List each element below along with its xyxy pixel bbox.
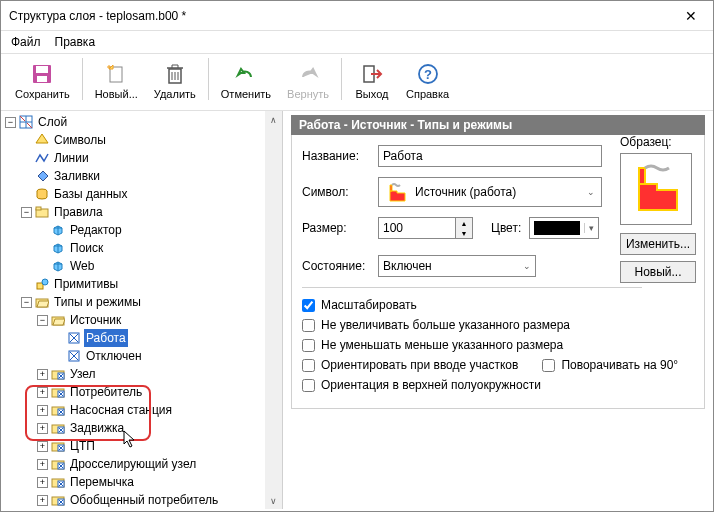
svg-text:?: ? xyxy=(424,67,432,82)
tree-scrollbar[interactable]: ∧ ∨ xyxy=(265,111,282,509)
size-input[interactable] xyxy=(378,217,456,239)
chk-orient[interactable] xyxy=(302,359,315,372)
mode-icon xyxy=(66,330,82,346)
cube-icon xyxy=(50,258,66,274)
sample-preview xyxy=(620,153,692,225)
state-select[interactable]: Включен ⌄ xyxy=(378,255,536,277)
redo-button: Вернуть xyxy=(279,58,337,104)
chk-no-enlarge[interactable] xyxy=(302,319,315,332)
tree-root[interactable]: Слой xyxy=(36,113,69,131)
folder-mode-icon xyxy=(50,474,66,490)
new-button[interactable]: Новый... xyxy=(87,58,146,104)
layer-icon xyxy=(18,114,34,130)
chevron-down-icon: ⌄ xyxy=(523,261,531,271)
svg-rect-20 xyxy=(36,207,41,210)
menu-file[interactable]: Файл xyxy=(11,35,41,49)
tree[interactable]: −Слой Символы Линии Заливки Базы данных … xyxy=(1,111,282,509)
folder-mode-icon xyxy=(50,402,66,418)
svg-rect-1 xyxy=(36,66,48,73)
size-spinner[interactable]: ▲▼ xyxy=(456,217,473,239)
folder-mode-icon xyxy=(50,492,66,508)
redo-icon xyxy=(296,62,320,86)
name-input[interactable] xyxy=(378,145,602,167)
help-button[interactable]: ? Справка xyxy=(398,58,457,104)
toolbar: Сохранить Новый... Удалить Отменить Верн… xyxy=(1,53,713,111)
lines-icon xyxy=(34,150,50,166)
folder-mode-icon xyxy=(50,420,66,436)
menu-edit[interactable]: Правка xyxy=(55,35,96,49)
delete-button[interactable]: Удалить xyxy=(146,58,204,104)
save-icon xyxy=(30,62,54,86)
size-label: Размер: xyxy=(302,221,378,235)
folder-mode-icon xyxy=(50,456,66,472)
tree-pane: −Слой Символы Линии Заливки Базы данных … xyxy=(1,111,283,509)
symbol-label: Символ: xyxy=(302,185,378,199)
undo-icon xyxy=(234,62,258,86)
close-icon[interactable]: ✕ xyxy=(677,4,705,28)
trash-icon xyxy=(163,62,187,86)
name-label: Название: xyxy=(302,149,378,163)
new-icon xyxy=(104,62,128,86)
save-button[interactable]: Сохранить xyxy=(7,58,78,104)
factory-icon xyxy=(385,181,407,203)
folder-mode-icon xyxy=(50,438,66,454)
help-icon: ? xyxy=(416,62,440,86)
sample-label: Образец: xyxy=(620,135,698,149)
svg-point-22 xyxy=(42,279,48,285)
scroll-down-icon[interactable]: ∨ xyxy=(265,492,282,509)
folder-open-icon xyxy=(50,312,66,328)
chk-rotate90[interactable] xyxy=(542,359,555,372)
undo-button[interactable]: Отменить xyxy=(213,58,279,104)
color-picker[interactable]: ▾ xyxy=(529,217,599,239)
exit-icon xyxy=(360,62,384,86)
folder-icon xyxy=(34,204,50,220)
change-button[interactable]: Изменить... xyxy=(620,233,696,255)
menu-bar: Файл Правка xyxy=(1,31,713,53)
exit-button[interactable]: Выход xyxy=(346,58,398,104)
new-sample-button[interactable]: Новый... xyxy=(620,261,696,283)
primitives-icon xyxy=(34,276,50,292)
window-title: Структура слоя - teplosam.b00 * xyxy=(9,9,186,23)
folder-open-icon xyxy=(34,294,50,310)
tree-item-rabota[interactable]: Работа xyxy=(84,329,128,347)
symbol-icon xyxy=(34,132,50,148)
scroll-up-icon[interactable]: ∧ xyxy=(265,111,282,128)
symbol-combo[interactable]: Источник (работа) ⌄ xyxy=(378,177,602,207)
chk-scale[interactable] xyxy=(302,299,315,312)
svg-rect-2 xyxy=(37,76,47,82)
color-label: Цвет: xyxy=(491,221,521,235)
cube-icon xyxy=(50,222,66,238)
database-icon xyxy=(34,186,50,202)
chk-upper[interactable] xyxy=(302,379,315,392)
fills-icon xyxy=(34,168,50,184)
folder-mode-icon xyxy=(50,366,66,382)
state-label: Состояние: xyxy=(302,259,378,273)
mode-icon xyxy=(66,348,82,364)
folder-mode-icon xyxy=(50,384,66,400)
chk-no-reduce[interactable] xyxy=(302,339,315,352)
panel-title: Работа - Источник - Типы и режимы xyxy=(291,115,705,135)
cube-icon xyxy=(50,240,66,256)
chevron-down-icon: ⌄ xyxy=(587,187,595,197)
